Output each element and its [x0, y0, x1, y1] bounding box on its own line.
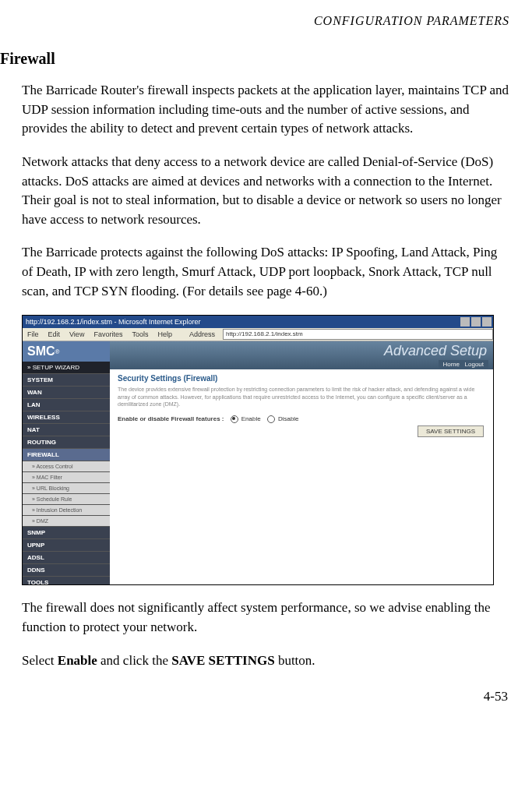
radio-disable[interactable] — [267, 415, 275, 423]
radio-disable-label: Disable — [278, 415, 299, 422]
banner-title: Advanced Setup — [384, 343, 487, 359]
sidebar-lan[interactable]: LAN — [23, 399, 110, 411]
brand-text: SMC — [27, 344, 55, 358]
text: button. — [275, 653, 315, 668]
browser-titlebar: http://192.168.2.1/index.stm - Microsoft… — [23, 316, 493, 328]
sidebar-wireless[interactable]: WIRELESS — [23, 411, 110, 424]
bold-save-settings: SAVE SETTINGS — [171, 653, 274, 668]
window-title: http://192.168.2.1/index.stm - Microsoft… — [26, 316, 201, 328]
brand-reg: ® — [55, 348, 60, 355]
sidebar-setup-wizard[interactable]: » SETUP WIZARD — [23, 362, 110, 374]
radio-enable-group: Enable — [231, 415, 261, 423]
sidebar-wan[interactable]: WAN — [23, 387, 110, 399]
paragraph: The Barricade Router's firewall inspects… — [22, 81, 509, 139]
panel-description: The device provides extensive firewall p… — [118, 386, 485, 407]
logout-link[interactable]: Logout — [465, 361, 484, 368]
radio-disable-group: Disable — [267, 415, 299, 423]
sidebar-sub-mac-filter[interactable]: » MAC Filter — [23, 472, 110, 483]
sidebar-sub-intrusion-detection[interactable]: » Intrusion Detection — [23, 505, 110, 516]
brand-logo: SMC ® — [23, 341, 110, 362]
menu-help[interactable]: Help — [153, 328, 177, 341]
address-input[interactable]: http://192.168.2.1/index.stm — [223, 329, 493, 340]
sidebar-sub-access-control[interactable]: » Access Control — [23, 461, 110, 472]
radio-enable-label: Enable — [241, 415, 261, 422]
page-header: CONFIGURATION PARAMETERS — [0, 14, 511, 28]
paragraph: Select Enable and click the SAVE SETTING… — [22, 651, 509, 671]
maximize-icon[interactable] — [471, 317, 481, 327]
home-link[interactable]: Home — [443, 361, 460, 368]
sidebar-sub-url-blocking[interactable]: » URL Blocking — [23, 483, 110, 494]
sidebar-sub-schedule-rule[interactable]: » Schedule Rule — [23, 494, 110, 505]
paragraph: The Barricade protects against the follo… — [22, 243, 509, 301]
sidebar-adsl[interactable]: ADSL — [23, 552, 110, 564]
sidebar-tools[interactable]: TOOLS — [23, 577, 110, 585]
enable-row: Enable or disable Firewall features : En… — [118, 415, 485, 423]
sidebar-routing[interactable]: ROUTING — [23, 436, 110, 449]
paragraph: The firewall does not significantly affe… — [22, 598, 509, 637]
section-title: Firewall — [0, 50, 511, 68]
sidebar-upnp[interactable]: UPnP — [23, 539, 110, 552]
menu-file[interactable]: File — [23, 328, 44, 341]
menu-favorites[interactable]: Favorites — [89, 328, 127, 341]
save-settings-button[interactable]: SAVE SETTINGS — [418, 425, 484, 437]
page-number: 4-53 — [0, 689, 511, 704]
bold-enable: Enable — [58, 653, 97, 668]
sidebar-sub-dmz[interactable]: » DMZ — [23, 516, 110, 527]
menu-edit[interactable]: Edit — [44, 328, 65, 341]
browser-menubar: File Edit View Favorites Tools Help Addr… — [23, 328, 493, 341]
text: and click the — [97, 653, 171, 668]
sidebar: SMC ® » SETUP WIZARD SYSTEM WAN LAN WIRE… — [23, 341, 110, 585]
menu-view[interactable]: View — [65, 328, 89, 341]
banner-nav: Home Logout — [439, 360, 488, 369]
sidebar-system[interactable]: SYSTEM — [23, 374, 110, 387]
radio-enable[interactable] — [231, 415, 238, 423]
sidebar-snmp[interactable]: SNMP — [23, 527, 110, 539]
sidebar-firewall[interactable]: FIREWALL — [23, 449, 110, 461]
menu-tools[interactable]: Tools — [127, 328, 153, 341]
close-icon[interactable] — [482, 317, 492, 327]
content-panel: Security Settings (Firewall) The device … — [110, 369, 493, 585]
sidebar-ddns[interactable]: DDNS — [23, 564, 110, 577]
sidebar-nat[interactable]: NAT — [23, 424, 110, 436]
embedded-screenshot: http://192.168.2.1/index.stm - Microsoft… — [22, 315, 494, 585]
panel-title: Security Settings (Firewall) — [118, 374, 485, 383]
paragraph: Network attacks that deny access to a ne… — [22, 153, 509, 230]
banner: Advanced Setup Home Logout — [110, 341, 493, 369]
minimize-icon[interactable] — [460, 317, 470, 327]
text: Select — [22, 653, 58, 668]
enable-label: Enable or disable Firewall features : — [118, 415, 224, 422]
address-label: Address — [185, 328, 220, 341]
